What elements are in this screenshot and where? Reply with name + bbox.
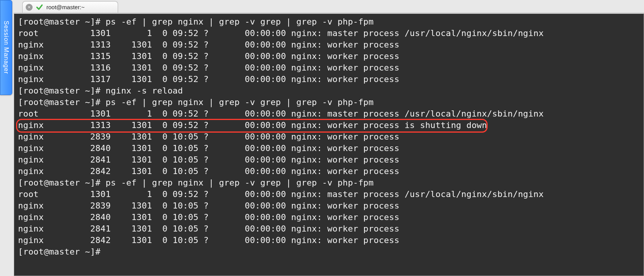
process-row: root 1301 1 0 09:52 ? 00:00:00 nginx: ma… xyxy=(18,108,640,120)
process-row: nginx 1313 1301 0 09:52 ? 00:00:00 nginx… xyxy=(18,39,640,51)
process-row: nginx 2841 1301 0 10:05 ? 00:00:00 nginx… xyxy=(18,223,640,235)
checkmark-icon xyxy=(36,3,43,11)
terminal-tab[interactable]: × root@master:~ xyxy=(22,1,118,13)
process-row: nginx 2839 1301 0 10:05 ? 00:00:00 nginx… xyxy=(18,131,640,143)
workspace: × root@master:~ [root@master ~]# ps -ef … xyxy=(14,0,644,276)
process-row: nginx 1313 1301 0 09:52 ? 00:00:00 nginx… xyxy=(18,120,640,131)
terminal-line: [root@master ~]# ps -ef | grep nginx | g… xyxy=(18,177,640,189)
process-row: nginx 2839 1301 0 10:05 ? 00:00:00 nginx… xyxy=(18,200,640,212)
session-manager-label: Session Manager xyxy=(3,21,10,74)
session-manager-tab[interactable]: Session Manager xyxy=(0,0,12,95)
process-row: nginx 1317 1301 0 09:52 ? 00:00:00 nginx… xyxy=(18,74,640,85)
terminal-line: [root@master ~]# xyxy=(18,246,640,258)
tab-title: root@master:~ xyxy=(46,4,85,10)
terminal-line: [root@master ~]# ps -ef | grep nginx | g… xyxy=(18,97,640,108)
close-icon[interactable]: × xyxy=(26,4,33,11)
process-row: nginx 2842 1301 0 10:05 ? 00:00:00 nginx… xyxy=(18,235,640,246)
terminal-line: [root@master ~]# nginx -s reload xyxy=(18,85,640,97)
terminal-line: [root@master ~]# ps -ef | grep nginx | g… xyxy=(18,16,640,28)
process-row: root 1301 1 0 09:52 ? 00:00:00 nginx: ma… xyxy=(18,28,640,39)
process-row: nginx 2841 1301 0 10:05 ? 00:00:00 nginx… xyxy=(18,154,640,166)
terminal-output: [root@master ~]# ps -ef | grep nginx | g… xyxy=(14,14,644,260)
process-row: nginx 2840 1301 0 10:05 ? 00:00:00 nginx… xyxy=(18,143,640,154)
tab-bar: × root@master:~ xyxy=(14,0,644,13)
process-row: root 1301 1 0 09:52 ? 00:00:00 nginx: ma… xyxy=(18,189,640,200)
terminal[interactable]: [root@master ~]# ps -ef | grep nginx | g… xyxy=(14,13,644,276)
process-row: nginx 2842 1301 0 10:05 ? 00:00:00 nginx… xyxy=(18,166,640,177)
process-row: nginx 1315 1301 0 09:52 ? 00:00:00 nginx… xyxy=(18,51,640,62)
process-row: nginx 1316 1301 0 09:52 ? 00:00:00 nginx… xyxy=(18,62,640,74)
process-row: nginx 2840 1301 0 10:05 ? 00:00:00 nginx… xyxy=(18,212,640,223)
